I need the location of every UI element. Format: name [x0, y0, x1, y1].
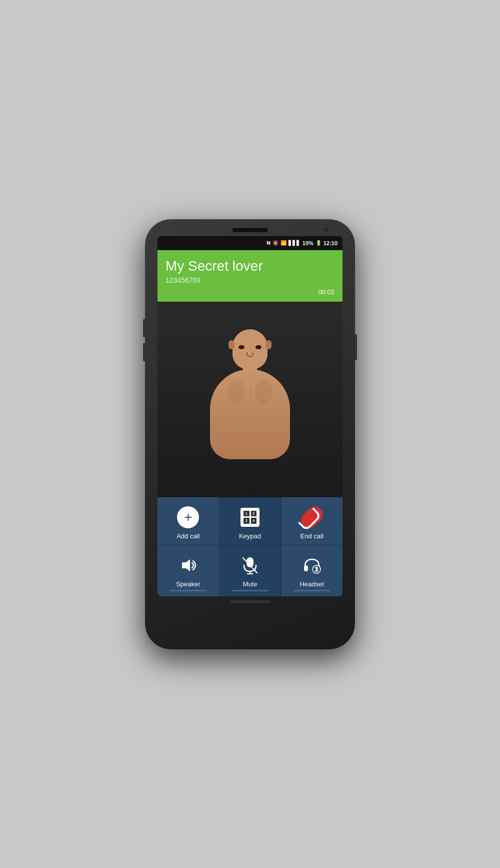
front-camera	[324, 227, 329, 232]
mute-button[interactable]: Mute	[220, 545, 282, 596]
add-call-button[interactable]: Add call	[158, 497, 220, 545]
end-call-icon-container	[300, 505, 324, 529]
battery-icon: 🔋	[316, 240, 322, 246]
call-header: My Secret lover 123456789 00:02	[158, 250, 342, 302]
phone-device: 𝗡 🔇 📶 ▋▋▋ 10% 🔋 12:10 My Secret lover 12…	[145, 219, 355, 649]
mute-status-icon: 🔇	[272, 240, 278, 246]
caller-number: 123456789	[166, 276, 334, 284]
add-call-icon-container	[176, 505, 200, 529]
person-figure	[200, 329, 300, 469]
call-timer: 00:02	[166, 288, 334, 296]
add-call-label: Add call	[176, 532, 200, 540]
volume-down-button[interactable]	[143, 343, 145, 361]
speaker-label: Speaker	[176, 580, 200, 588]
earpiece	[232, 228, 268, 232]
volume-up-button[interactable]	[143, 319, 145, 337]
status-icons: 𝗡 🔇 📶 ▋▋▋ 10% 🔋 12:10	[266, 240, 338, 246]
status-bar: 𝗡 🔇 📶 ▋▋▋ 10% 🔋 12:10	[158, 236, 342, 250]
battery-text: 10%	[302, 240, 314, 246]
add-call-icon	[177, 506, 199, 528]
contact-photo	[158, 302, 342, 497]
headset-icon-container	[300, 553, 324, 577]
mute-indicator	[232, 590, 269, 591]
mute-label: Mute	[243, 580, 258, 588]
power-button[interactable]	[355, 334, 357, 360]
actions-row-1: Add call 1 2 3 4 Keypad	[158, 497, 342, 545]
time-display: 12:10	[324, 240, 338, 246]
signal-icon: ▋▋▋	[288, 240, 300, 246]
speaker-indicator	[170, 590, 207, 591]
speaker-button[interactable]: Speaker	[158, 545, 220, 596]
actions-row-2: Speaker	[158, 545, 342, 596]
head	[232, 329, 268, 369]
keypad-button[interactable]: 1 2 3 4 Keypad	[220, 497, 282, 545]
svg-marker-0	[182, 559, 190, 571]
network-icon: 𝗡	[266, 240, 270, 246]
phone-screen: 𝗡 🔇 📶 ▋▋▋ 10% 🔋 12:10 My Secret lover 12…	[158, 236, 342, 596]
speaker-icon	[179, 556, 197, 574]
headset-indicator	[293, 590, 330, 591]
headset-button[interactable]: Headset	[281, 545, 342, 596]
headset-icon	[303, 556, 321, 574]
home-bar	[230, 600, 270, 603]
keypad-icon: 1 2 3 4	[240, 508, 260, 527]
wifi-icon: 📶	[280, 240, 286, 246]
keypad-icon-container: 1 2 3 4	[238, 505, 262, 529]
caller-name: My Secret lover	[166, 258, 334, 274]
phone-top-bar	[151, 228, 349, 232]
keypad-label: Keypad	[239, 532, 261, 540]
end-call-icon	[298, 503, 326, 531]
mute-icon-container	[238, 553, 262, 577]
mute-icon	[242, 556, 258, 574]
end-call-button[interactable]: End call	[281, 497, 342, 545]
headset-label: Headset	[300, 580, 324, 588]
speaker-icon-container	[176, 553, 200, 577]
body	[210, 369, 290, 459]
svg-rect-6	[304, 565, 308, 571]
call-actions: Add call 1 2 3 4 Keypad	[158, 497, 342, 596]
end-call-label: End call	[300, 532, 324, 540]
